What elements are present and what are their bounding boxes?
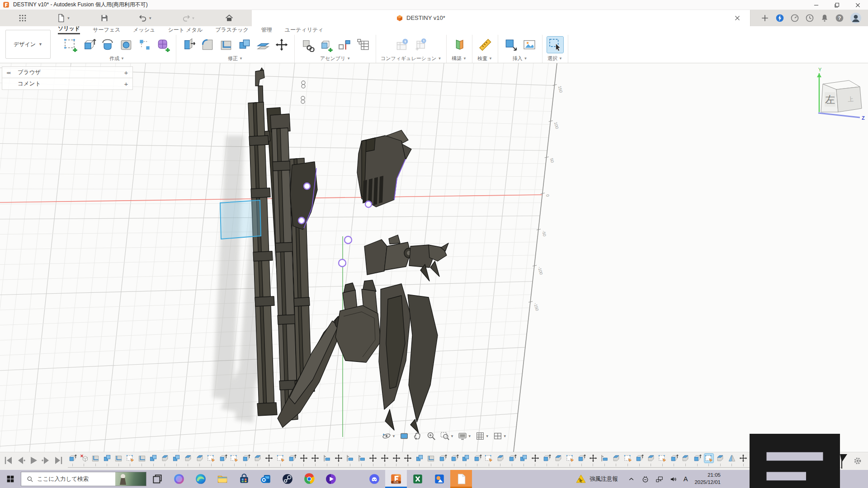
document-tab[interactable]: DESTINY v10*: [252, 10, 750, 26]
viewports-button[interactable]: ▼: [492, 430, 508, 442]
ribbon-group-label[interactable]: アセンブリ▼: [320, 55, 350, 62]
step-forward-button[interactable]: [41, 455, 52, 466]
timeline-feature-boolean[interactable]: [172, 454, 181, 466]
undo-button[interactable]: ▼: [138, 12, 152, 24]
ribbon-tab-7[interactable]: ユーティリティ: [285, 26, 324, 34]
play-button[interactable]: [28, 455, 39, 466]
timeline-feature-boolean[interactable]: [415, 454, 424, 466]
timeline-feature-extrude[interactable]: [288, 454, 297, 466]
go-to-start-button[interactable]: [3, 455, 14, 466]
ribbon-tab-4[interactable]: シート メタル: [168, 26, 203, 34]
timeline-feature-sketch[interactable]: [126, 454, 135, 466]
ribbon-group-label[interactable]: 作成▼: [109, 55, 124, 62]
timeline-feature-shell[interactable]: [137, 454, 146, 466]
timeline-feature-move[interactable]: [311, 454, 320, 466]
ribbon-tab-6[interactable]: 管理: [261, 26, 272, 34]
timeline-feature-move[interactable]: [531, 454, 540, 466]
zoom-button[interactable]: [425, 430, 437, 442]
timeline-feature-sketch[interactable]: [623, 454, 632, 466]
timeline-feature-extrude[interactable]: [635, 454, 644, 466]
timeline-feature-chamfer[interactable]: [612, 454, 621, 466]
timeline-feature-align[interactable]: [357, 454, 366, 466]
timeline-feature-align[interactable]: [600, 454, 609, 466]
timeline-feature-boolean[interactable]: [461, 454, 470, 466]
measure-button[interactable]: [477, 37, 493, 53]
display-settings-button[interactable]: ▼: [457, 430, 472, 442]
redo-button[interactable]: ▼: [182, 12, 195, 24]
bom-button[interactable]: [355, 37, 371, 53]
home-button[interactable]: [225, 12, 234, 24]
taskbar-app-chrome[interactable]: [298, 470, 320, 488]
timeline-feature-extrude[interactable]: [542, 454, 551, 466]
pattern-button[interactable]: [137, 37, 153, 53]
network-button[interactable]: [652, 475, 666, 483]
timeline-feature-chamfer[interactable]: [646, 454, 656, 466]
timeline-feature-chamfer[interactable]: [195, 454, 204, 466]
move-button[interactable]: [274, 37, 290, 53]
orbit-button[interactable]: ▼: [381, 430, 396, 442]
weather-widget[interactable]: 強風注意報: [569, 474, 624, 484]
form-button[interactable]: [155, 37, 171, 53]
timeline-feature-move[interactable]: [299, 454, 308, 466]
taskbar-app-edge[interactable]: [190, 470, 212, 488]
timeline-feature-sketch[interactable]: [566, 454, 575, 466]
browser-panel-1[interactable]: ◂◂ブラウザ+: [2, 66, 133, 78]
taskbar-app-outlook[interactable]: [255, 470, 277, 488]
ribbon-group-label[interactable]: 選択▼: [547, 55, 562, 62]
ribbon-group-label[interactable]: 検査▼: [477, 55, 492, 62]
taskbar-app-fusion[interactable]: FUS: [385, 470, 407, 488]
close-button[interactable]: [847, 0, 868, 10]
timeline-feature-extrude[interactable]: [218, 454, 227, 466]
file-button[interactable]: ▼: [57, 12, 70, 24]
pan-button[interactable]: [412, 430, 424, 442]
timeline-feature-shell[interactable]: [114, 454, 123, 466]
timeline-feature-chamfer[interactable]: [496, 454, 505, 466]
timeline-feature-extrude[interactable]: [438, 454, 447, 466]
timeline-feature-chamfer[interactable]: [554, 454, 563, 466]
taskbar-app-store[interactable]: [233, 470, 255, 488]
timeline-feature-chamfer[interactable]: [253, 454, 262, 466]
history-icon[interactable]: [805, 14, 814, 23]
timeline-feature-sketch[interactable]: [484, 454, 493, 466]
collapse-icon[interactable]: ◂◂: [2, 70, 14, 75]
ribbon-group-label[interactable]: コンフィギュレーション▼: [381, 55, 442, 62]
ribbon-tab-2[interactable]: サーフェス: [93, 26, 120, 34]
speaker-button[interactable]: [666, 475, 680, 483]
select-button[interactable]: [547, 37, 563, 53]
insert-derive-button[interactable]: [503, 37, 519, 53]
taskbar-app-media-player[interactable]: [320, 470, 342, 488]
taskbar-app-file-explorer[interactable]: [212, 470, 233, 488]
view-cube[interactable]: Y Z 左 上: [809, 67, 868, 121]
extrude-button[interactable]: [81, 37, 97, 53]
ime-pad-button[interactable]: [638, 475, 652, 483]
help-icon[interactable]: ?: [835, 14, 844, 23]
timeline-feature-sketch[interactable]: [704, 454, 713, 466]
timeline-feature-move[interactable]: [589, 454, 598, 466]
timeline-feature-extrude[interactable]: [670, 454, 679, 466]
timeline-feature-move[interactable]: [368, 454, 377, 466]
timeline-feature-extrude[interactable]: [450, 454, 459, 466]
timeline-feature-extrude[interactable]: [241, 454, 250, 466]
timeline-feature-extrude[interactable]: [473, 454, 482, 466]
extensions-icon[interactable]: [775, 14, 784, 23]
new-component-button[interactable]: [318, 37, 334, 53]
timeline-feature-chamfer[interactable]: [716, 454, 725, 466]
workspace-selector[interactable]: デザイン ▼: [5, 30, 51, 59]
go-to-end-button[interactable]: [53, 455, 64, 466]
combine-button[interactable]: [236, 37, 253, 53]
add-icon[interactable]: +: [120, 69, 132, 76]
taskbar-clock[interactable]: 21:05 2025/12/01: [691, 472, 724, 486]
timeline-feature-sketch[interactable]: [276, 454, 285, 466]
joint-origin-button[interactable]: [336, 37, 353, 53]
hole-button[interactable]: [118, 37, 134, 53]
timeline-feature-extrude[interactable]: [508, 454, 517, 466]
step-back-button[interactable]: [15, 455, 26, 466]
press-pull-button[interactable]: [181, 37, 197, 53]
timeline-feature-move[interactable]: [334, 454, 343, 466]
construction-plane-button[interactable]: [451, 37, 467, 53]
timeline-feature-extrude[interactable]: [68, 454, 77, 466]
timeline-feature-boolean[interactable]: [519, 454, 528, 466]
tab-close-icon[interactable]: [733, 14, 741, 22]
taskbar-app-excel[interactable]: [407, 470, 429, 488]
search-input[interactable]: ここに入力して検索: [21, 472, 146, 486]
